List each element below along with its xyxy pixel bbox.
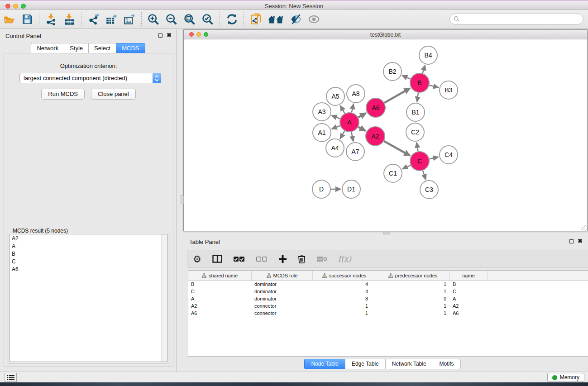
column-header-shared-name[interactable]: shared name: [188, 271, 252, 280]
apply-layout-button[interactable]: [225, 13, 239, 26]
node-A5[interactable]: A5: [326, 87, 344, 105]
tab-network-table[interactable]: Network Table: [385, 359, 433, 369]
edge-C-C1[interactable]: [403, 165, 411, 169]
close-panel-button2[interactable]: Close panel: [91, 89, 136, 100]
mcds-result-item[interactable]: A: [10, 242, 167, 250]
table-row[interactable]: Cdominator41C: [188, 288, 588, 295]
node-C[interactable]: C: [410, 152, 429, 171]
import-network-button[interactable]: [44, 13, 58, 26]
task-history-button[interactable]: [5, 373, 17, 382]
node-B3[interactable]: B3: [440, 81, 458, 99]
zoom-fit-button[interactable]: [183, 13, 196, 26]
node-B[interactable]: B: [410, 73, 429, 92]
node-D1[interactable]: D1: [342, 180, 360, 198]
edge-A2-C[interactable]: [384, 141, 410, 156]
node-B2[interactable]: B2: [383, 62, 402, 81]
edge-B-B2[interactable]: [402, 76, 411, 79]
table-float-button[interactable]: [569, 238, 574, 245]
memory-button[interactable]: Memory: [547, 373, 584, 382]
edge-A-A4[interactable]: [340, 131, 344, 138]
zoom-in-button[interactable]: [147, 13, 160, 26]
open-session-button[interactable]: [2, 13, 16, 26]
tab-style[interactable]: Style: [64, 43, 88, 54]
edge-A-A1[interactable]: [332, 126, 340, 129]
network-resize-grip[interactable]: [581, 225, 587, 231]
column-header-predecessor-nodes[interactable]: predecessor nodes: [376, 271, 450, 280]
overview-button[interactable]: [267, 13, 284, 26]
deselect-all-columns-button[interactable]: [256, 256, 268, 262]
edge-A-A8[interactable]: [352, 104, 354, 112]
close-panel-button[interactable]: ✖: [167, 32, 172, 38]
zoom-selected-button[interactable]: [201, 13, 215, 26]
import-table-button[interactable]: [62, 13, 76, 26]
edge-B-B1[interactable]: [417, 93, 418, 101]
delete-table-button[interactable]: [316, 256, 327, 262]
mcds-result-item[interactable]: C: [10, 257, 167, 265]
node-A7[interactable]: A7: [346, 143, 364, 161]
column-header-successor-nodes[interactable]: successor nodes: [313, 271, 376, 280]
select-all-columns-button[interactable]: [233, 256, 245, 262]
tab-motifs[interactable]: Motifs: [433, 359, 461, 369]
node-A6[interactable]: A6: [366, 98, 385, 117]
edge-C-C2[interactable]: [417, 143, 418, 152]
node-C1[interactable]: C1: [384, 164, 402, 182]
edge-A6-B[interactable]: [384, 88, 410, 103]
node-A2[interactable]: A2: [366, 127, 385, 146]
tab-network[interactable]: Network: [31, 43, 64, 54]
node-C4[interactable]: C4: [440, 146, 458, 164]
hide-graphics-details-button[interactable]: [307, 13, 320, 26]
table-row[interactable]: A6connector11A6: [188, 310, 588, 317]
column-header-name[interactable]: name: [450, 271, 488, 280]
node-B4[interactable]: B4: [419, 46, 437, 64]
node-C2[interactable]: C2: [406, 123, 424, 141]
edge-B-B4[interactable]: [423, 66, 425, 73]
mcds-list-scrollbar[interactable]: [161, 234, 167, 362]
show-graphics-details-button[interactable]: [289, 13, 302, 26]
export-image-button[interactable]: [123, 13, 136, 26]
float-panel-button[interactable]: [158, 33, 163, 39]
edge-A-A3[interactable]: [332, 115, 340, 119]
export-network-button[interactable]: [86, 13, 100, 26]
column-header-MCDS-role[interactable]: MCDS role: [252, 271, 313, 280]
node-D[interactable]: D: [312, 180, 330, 198]
edge-A-A5[interactable]: [340, 106, 344, 114]
node-A3[interactable]: A3: [313, 103, 331, 121]
node-A8[interactable]: A8: [347, 85, 365, 103]
edge-A-A7[interactable]: [351, 132, 353, 141]
edge-C-C3[interactable]: [423, 171, 425, 179]
node-B1[interactable]: B1: [406, 103, 425, 121]
edge-A-A2[interactable]: [358, 127, 365, 131]
node-A[interactable]: A: [340, 113, 359, 132]
node-A1[interactable]: A1: [313, 124, 331, 142]
table-settings-button[interactable]: ⚙: [193, 254, 201, 264]
table-row[interactable]: Adominator80A: [188, 295, 588, 302]
tab-node-table[interactable]: Node Table: [304, 359, 345, 369]
show-columns-button[interactable]: [212, 255, 222, 263]
tab-select[interactable]: Select: [88, 43, 116, 54]
mcds-result-item[interactable]: B: [10, 250, 167, 257]
export-table-button[interactable]: [105, 13, 118, 26]
tab-mcds[interactable]: MCDS: [116, 43, 145, 54]
edge-C-C4[interactable]: [429, 157, 438, 159]
node-A4[interactable]: A4: [326, 139, 344, 157]
edge-B-B3[interactable]: [429, 85, 438, 87]
mcds-result-item[interactable]: A6: [10, 265, 167, 273]
edge-A-A6[interactable]: [358, 113, 366, 117]
node-C3[interactable]: C3: [420, 181, 438, 199]
run-mcds-button[interactable]: Run MCDS: [41, 89, 85, 100]
network-vertical-scrollbar-thumb[interactable]: [181, 195, 184, 204]
mcds-result-item[interactable]: A2: [10, 234, 167, 242]
search-field[interactable]: [449, 14, 583, 24]
table-row[interactable]: Bdominator41B: [188, 281, 588, 288]
search-input[interactable]: [460, 16, 583, 22]
network-canvas[interactable]: B4B2BB3B1A5A8A6A3AA1A2C2A4A7C4CC1C3DD1: [184, 39, 587, 231]
network-window-titlebar[interactable]: testGlobe.txt: [184, 30, 587, 39]
create-column-button[interactable]: [278, 255, 287, 263]
duplicate-network-button[interactable]: [249, 13, 263, 26]
delete-column-button[interactable]: [298, 254, 306, 263]
zoom-out-button[interactable]: [165, 13, 178, 26]
table-close-button[interactable]: ✖: [578, 238, 583, 244]
function-builder-button[interactable]: f(x): [338, 254, 351, 263]
save-session-button[interactable]: [20, 13, 34, 26]
network-horizontal-scrollbar-thumb[interactable]: [383, 232, 390, 234]
